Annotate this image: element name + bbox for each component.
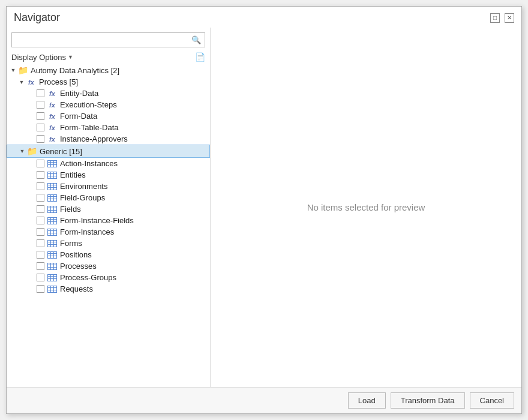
collapse-icon-generic: ▼ (18, 148, 26, 154)
load-button[interactable]: Load (348, 392, 386, 409)
field-groups-label: Field-Groups (60, 193, 105, 202)
checkbox-execution-steps[interactable] (37, 101, 44, 109)
tree-item-forms[interactable]: Forms (7, 238, 210, 249)
minimize-button[interactable]: □ (490, 13, 500, 23)
content-area: 🔍 Display Options ▼ 📄 ▼ 📁 (7, 28, 521, 387)
positions-label: Positions (60, 250, 92, 259)
display-options-label: Display Options (11, 53, 66, 62)
checkbox-positions[interactable] (37, 251, 44, 259)
tree-item-process-groups[interactable]: Process-Groups (7, 272, 210, 283)
left-panel: 🔍 Display Options ▼ 📄 ▼ 📁 (7, 28, 211, 387)
checkbox-form-data[interactable] (37, 112, 44, 120)
form-table-data-label: Form-Table-Data (60, 123, 119, 132)
tree-item-execution-steps[interactable]: fx Execution-Steps (7, 99, 210, 110)
process-label: Process [5] (39, 77, 78, 86)
table-icon-forms (47, 240, 58, 247)
forms-label: Forms (60, 239, 82, 248)
right-panel: No items selected for preview (211, 28, 521, 387)
processes-label: Processes (60, 262, 97, 271)
checkbox-entities[interactable] (37, 171, 44, 179)
table-icon-requests (47, 286, 58, 293)
checkbox-processes[interactable] (37, 262, 44, 270)
table-icon-environments (47, 183, 58, 190)
process-groups-label: Process-Groups (60, 273, 116, 282)
entities-label: Entities (60, 170, 86, 179)
table-icon-processes (47, 263, 58, 270)
root-label: Automy Data Analytics [2] (31, 66, 119, 75)
action-instances-label: Action-Instances (60, 159, 118, 168)
entity-data-label: Entity-Data (60, 89, 98, 98)
generic-label: Generic [15] (40, 147, 82, 156)
collapse-icon: ▼ (9, 67, 17, 73)
checkbox-forms[interactable] (37, 239, 44, 247)
title-bar: Navigator □ ✕ (7, 7, 521, 28)
checkbox-field-groups[interactable] (37, 194, 44, 202)
form-data-label: Form-Data (60, 112, 97, 121)
tree-item-generic[interactable]: ▼ 📁 Generic [15] (7, 145, 210, 158)
checkbox-form-instances[interactable] (37, 228, 44, 236)
table-icon-form-instance-fields (47, 217, 58, 224)
execution-steps-label: Execution-Steps (60, 100, 117, 109)
table-icon-entities (47, 172, 58, 179)
form-instances-label: Form-Instances (60, 227, 114, 236)
checkbox-instance-approvers[interactable] (37, 135, 44, 143)
tree-item-root[interactable]: ▼ 📁 Automy Data Analytics [2] (7, 64, 210, 76)
table-icon-field-groups (47, 194, 58, 202)
display-options-button[interactable]: Display Options ▼ (11, 53, 73, 62)
transform-data-button[interactable]: Transform Data (391, 392, 465, 409)
checkbox-process-groups[interactable] (37, 274, 44, 281)
checkbox-form-table-data[interactable] (37, 124, 44, 131)
navigator-window: Navigator □ ✕ 🔍 Display Options ▼ 📄 (6, 6, 522, 414)
close-button[interactable]: ✕ (505, 13, 514, 23)
checkbox-form-instance-fields[interactable] (37, 217, 44, 224)
fx-icon-form-table: fx (47, 124, 58, 131)
table-icon-action (47, 160, 58, 167)
table-icon-fields (47, 206, 58, 213)
checkbox-action-instances[interactable] (37, 160, 44, 167)
chevron-down-icon: ▼ (68, 54, 73, 60)
tree-item-process[interactable]: ▼ fx Process [5] (7, 76, 210, 88)
tree-item-processes[interactable]: Processes (7, 260, 210, 272)
checkbox-environments[interactable] (37, 182, 44, 190)
tree-item-positions[interactable]: Positions (7, 249, 210, 260)
requests-label: Requests (60, 284, 93, 293)
instance-approvers-label: Instance-Approvers (60, 134, 128, 143)
tree-item-environments[interactable]: Environments (7, 181, 210, 192)
tree-item-form-instance-fields[interactable]: Form-Instance-Fields (7, 215, 210, 226)
cancel-button[interactable]: Cancel (470, 392, 514, 409)
table-icon-form-instances (47, 229, 58, 236)
environments-label: Environments (60, 182, 107, 191)
tree-item-form-data[interactable]: fx Form-Data (7, 110, 210, 122)
search-bar: 🔍 (7, 28, 210, 50)
search-icon[interactable]: 🔍 (188, 33, 205, 47)
fx-icon-form: fx (47, 113, 58, 120)
collapse-icon-process: ▼ (17, 79, 26, 85)
no-preview-text: No items selected for preview (307, 202, 425, 212)
fx-icon-entity: fx (47, 90, 58, 97)
tree-item-requests[interactable]: Requests (7, 283, 210, 295)
tree-item-form-table-data[interactable]: fx Form-Table-Data (7, 122, 210, 133)
tree-item-entity-data[interactable]: fx Entity-Data (7, 88, 210, 99)
tree-area[interactable]: ▼ 📁 Automy Data Analytics [2] ▼ fx Proce… (7, 64, 210, 387)
tree-item-field-groups[interactable]: Field-Groups (7, 192, 210, 203)
footer: Load Transform Data Cancel (7, 387, 521, 413)
table-icon-process-groups (47, 274, 58, 281)
display-options-row: Display Options ▼ 📄 (7, 50, 210, 64)
preview-icon[interactable]: 📄 (195, 52, 205, 62)
tree-item-instance-approvers[interactable]: fx Instance-Approvers (7, 133, 210, 145)
folder-icon-generic: 📁 (26, 146, 37, 156)
search-input[interactable] (12, 33, 188, 47)
table-icon-positions (47, 251, 58, 259)
tree-item-entities[interactable]: Entities (7, 169, 210, 181)
tree-item-fields[interactable]: Fields (7, 203, 210, 215)
tree-item-form-instances[interactable]: Form-Instances (7, 226, 210, 238)
checkbox-entity-data[interactable] (37, 89, 44, 97)
fields-label: Fields (60, 205, 81, 214)
form-instance-fields-label: Form-Instance-Fields (60, 216, 134, 225)
fx-icon-execution: fx (47, 101, 58, 109)
checkbox-fields[interactable] (37, 205, 44, 213)
window-controls: □ ✕ (490, 13, 514, 23)
checkbox-requests[interactable] (37, 285, 44, 293)
folder-icon: 📁 (17, 65, 28, 75)
tree-item-action-instances[interactable]: Action-Instances (7, 158, 210, 169)
